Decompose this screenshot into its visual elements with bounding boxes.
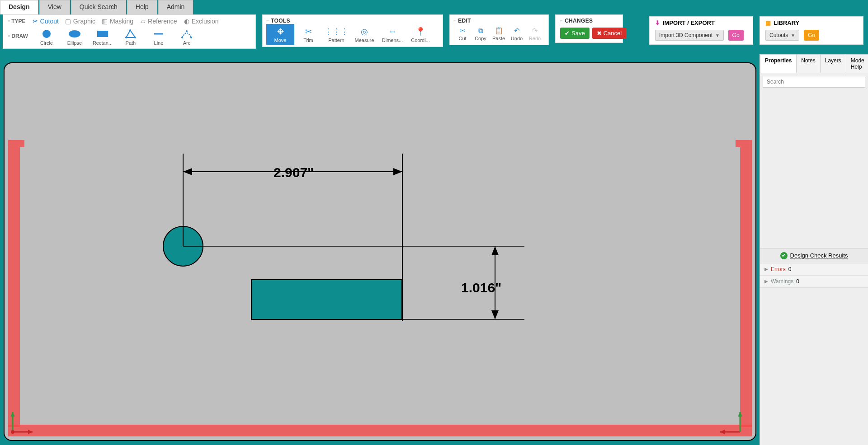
draw-arc[interactable]: Arc xyxy=(173,27,201,47)
pattern-icon: ⋮⋮⋮ xyxy=(322,26,350,37)
svg-point-1 xyxy=(69,30,80,37)
properties-search-input[interactable] xyxy=(763,76,865,88)
svg-point-5 xyxy=(134,37,136,38)
tab-design[interactable]: Design xyxy=(0,0,38,14)
draw-rectangle[interactable]: Rectan... xyxy=(89,27,117,47)
svg-marker-13 xyxy=(183,168,192,175)
type-draw-panel: ≡TYPE ✂Cutout ▢Graphic ▥Masking ▱Referen… xyxy=(3,14,256,49)
copy-icon: ⧉ xyxy=(472,26,490,36)
edge-band-left xyxy=(8,147,20,427)
draw-path[interactable]: Path xyxy=(117,27,145,47)
edit-paste[interactable]: 📋Paste xyxy=(490,24,508,43)
tab-help[interactable]: Help xyxy=(127,0,157,14)
type-cutout[interactable]: ✂Cutout xyxy=(32,18,59,25)
tool-pattern[interactable]: ⋮⋮⋮Pattern xyxy=(322,24,350,45)
tab-quick-search[interactable]: Quick Search xyxy=(71,0,126,14)
save-button[interactable]: ✔Save xyxy=(560,28,590,39)
type-label: ≡TYPE xyxy=(8,18,26,24)
tools-label: ≡TOOLS xyxy=(266,18,439,24)
type-reference[interactable]: ▱Reference xyxy=(140,18,177,25)
draw-label: ≡DRAW xyxy=(8,27,28,39)
dimension-icon: ↔ xyxy=(378,26,406,37)
tool-move[interactable]: ✥Move xyxy=(266,24,294,45)
tab-view[interactable]: View xyxy=(39,0,70,14)
edge-band-right xyxy=(740,147,752,427)
reference-icon: ▱ xyxy=(140,18,146,24)
measure-icon: ◎ xyxy=(350,26,378,37)
changes-panel: ≡CHANGES ✔Save ✖Cancel xyxy=(555,14,623,43)
dimension-overlay xyxy=(5,63,755,440)
side-tab-notes[interactable]: Notes xyxy=(796,54,820,73)
caret-down-icon: ▼ xyxy=(791,33,795,38)
move-icon: ✥ xyxy=(266,26,294,37)
changes-label: ≡CHANGES xyxy=(560,18,618,24)
import-go-button[interactable]: Go xyxy=(728,30,744,41)
design-check-results-header[interactable]: ✔ Design Check Results xyxy=(760,248,868,263)
caret-down-icon: ▼ xyxy=(715,33,720,38)
main-tabbar: Design View Quick Search Help Admin xyxy=(0,0,194,14)
svg-point-9 xyxy=(186,30,188,32)
draw-ellipse[interactable]: Ellipse xyxy=(61,27,89,47)
download-icon: ⬇ xyxy=(655,19,660,26)
image-icon: ▢ xyxy=(65,18,71,24)
edit-cut[interactable]: ✂Cut xyxy=(453,24,472,43)
draw-circle[interactable]: Circle xyxy=(33,27,61,47)
cut-icon: ✂ xyxy=(453,26,472,36)
edit-panel: ≡EDIT ✂Cut ⧉Copy 📋Paste ↶Undo ↷Redo xyxy=(449,14,549,45)
side-tab-properties[interactable]: Properties xyxy=(760,54,797,73)
right-top-panels: ⬇IMPORT / EXPORT Import 3D Component▼ Go… xyxy=(649,16,863,45)
tool-coordinates[interactable]: 📍Coordi... xyxy=(406,24,434,45)
paste-icon: 📋 xyxy=(490,26,508,36)
x-icon: ✖ xyxy=(597,30,602,37)
svg-rect-2 xyxy=(97,31,108,37)
import-combo[interactable]: Import 3D Component▼ xyxy=(655,30,724,41)
cancel-button[interactable]: ✖Cancel xyxy=(592,28,626,39)
dcr-errors-row[interactable]: ▶ Errors 0 xyxy=(760,263,868,276)
triangle-right-icon: ▶ xyxy=(764,267,768,272)
type-graphic[interactable]: ▢Graphic xyxy=(65,18,95,25)
grid-icon: ▦ xyxy=(765,19,771,26)
tool-trim[interactable]: ✂Trim xyxy=(294,24,322,45)
svg-marker-19 xyxy=(491,310,499,319)
import-export-panel: ⬇IMPORT / EXPORT Import 3D Component▼ Go xyxy=(649,16,753,45)
svg-point-4 xyxy=(129,29,131,31)
shape-rectangle[interactable] xyxy=(251,279,402,320)
edge-band-top-right xyxy=(736,140,752,147)
type-exclusion[interactable]: ◐Exclusion xyxy=(184,18,219,25)
dcr-warnings-row[interactable]: ▶ Warnings 0 xyxy=(760,276,868,288)
draw-line[interactable]: Line xyxy=(145,27,173,47)
tool-measure[interactable]: ◎Measure xyxy=(350,24,378,45)
library-go-button[interactable]: Go xyxy=(804,30,819,41)
side-tab-layers[interactable]: Layers xyxy=(820,54,846,73)
tool-dimension[interactable]: ↔Dimens... xyxy=(378,24,406,45)
check-circle-icon: ✔ xyxy=(780,252,788,259)
library-combo[interactable]: Cutouts▼ xyxy=(765,30,799,41)
svg-point-7 xyxy=(181,37,183,38)
tools-panel: ≡TOOLS ✥Move ✂Trim ⋮⋮⋮Pattern ◎Measure ↔… xyxy=(262,14,443,47)
import-export-label: IMPORT / EXPORT xyxy=(663,19,715,26)
exclusion-icon: ◐ xyxy=(184,18,190,24)
dimension-horizontal-label: 2.907" xyxy=(274,165,314,180)
type-masking[interactable]: ▥Masking xyxy=(102,18,133,25)
svg-point-8 xyxy=(190,37,192,38)
undo-icon: ↶ xyxy=(508,26,526,36)
pin-icon: 📍 xyxy=(406,26,434,37)
side-panel: Properties Notes Layers Mode Help ✔ Desi… xyxy=(760,54,868,445)
shape-circle[interactable] xyxy=(163,226,203,267)
design-canvas[interactable]: 2.907" 1.016" xyxy=(4,62,756,441)
edit-copy[interactable]: ⧉Copy xyxy=(472,24,490,43)
redo-icon: ↷ xyxy=(526,26,544,36)
trim-icon: ✂ xyxy=(294,26,322,37)
library-label: LIBRARY xyxy=(774,19,799,26)
edit-undo[interactable]: ↶Undo xyxy=(508,24,526,43)
side-tab-mode-help[interactable]: Mode Help xyxy=(846,54,868,73)
scissors-icon: ✂ xyxy=(32,18,38,24)
edit-redo[interactable]: ↷Redo xyxy=(526,24,544,43)
mask-icon: ▥ xyxy=(102,18,108,24)
edge-band-top-left xyxy=(8,140,24,147)
svg-point-3 xyxy=(125,37,127,38)
svg-marker-18 xyxy=(491,246,499,255)
dimension-vertical-label: 1.016" xyxy=(461,280,501,295)
tab-admin[interactable]: Admin xyxy=(158,0,193,14)
edge-band-bottom xyxy=(8,425,752,436)
